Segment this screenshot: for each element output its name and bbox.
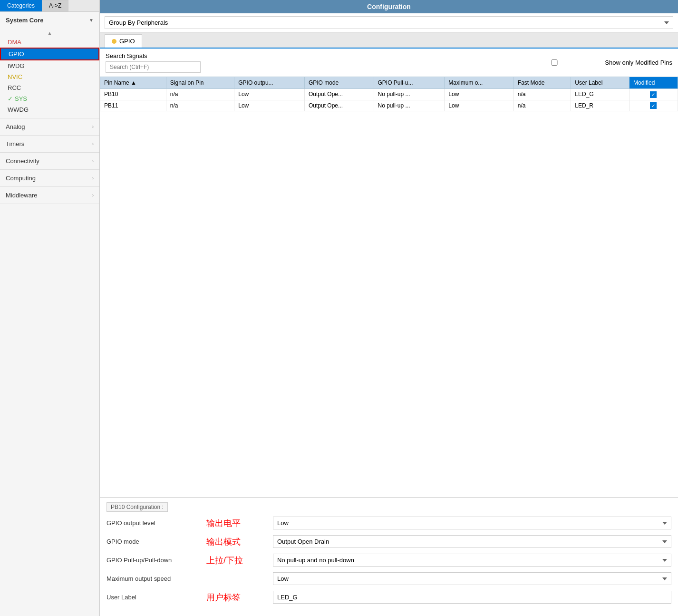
cell-user-label: LED_G — [571, 89, 630, 100]
sidebar-item-gpio[interactable]: GPIO — [0, 48, 99, 60]
search-input[interactable] — [106, 61, 201, 73]
pb10-config-panel: PB10 Configuration : GPIO output level 输… — [100, 497, 678, 616]
pullup-annotation: 上拉/下拉 — [206, 555, 273, 566]
sidebar-category-middleware[interactable]: Middleware › — [0, 187, 99, 204]
sidebar-item-wwdg[interactable]: WWDG — [0, 104, 99, 115]
cell-max-output: Low — [445, 89, 514, 100]
group-by-select[interactable]: Group By Peripherals Group By Signals — [105, 16, 673, 29]
output-level-annotation: 输出电平 — [206, 518, 273, 529]
cell-fast-mode: n/a — [513, 89, 571, 100]
cell-gpio-output: Low — [234, 100, 305, 111]
config-title: Configuration — [367, 3, 411, 10]
sidebar-category-computing[interactable]: Computing › — [0, 170, 99, 187]
sidebar-item-dma[interactable]: DMA — [0, 37, 99, 48]
connectivity-chevron: › — [92, 158, 94, 164]
cell-user-label: LED_R — [571, 100, 630, 111]
col-fast-mode[interactable]: Fast Mode — [513, 77, 571, 89]
computing-label: Computing — [6, 175, 36, 182]
cell-signal: n/a — [166, 89, 234, 100]
sidebar-tabs: Categories A->Z — [0, 0, 99, 12]
user-label-label: User Label — [107, 594, 202, 601]
config-row-speed: Maximum output speed Low Medium High Ver… — [107, 572, 671, 585]
speed-label: Maximum output speed — [107, 575, 202, 582]
col-pin-name[interactable]: Pin Name ▲ — [100, 77, 166, 89]
group-by-bar: Group By Peripherals Group By Signals — [100, 13, 678, 32]
analog-label: Analog — [6, 123, 25, 130]
gpio-dot — [112, 39, 116, 44]
speed-select[interactable]: Low Medium High Very High — [273, 572, 671, 585]
cell-modified: ✓ — [629, 100, 678, 111]
show-modified-label: Show only Modified Pins — [605, 59, 672, 66]
system-core-section: System Core ▼ ▲ DMA GPIO IWDG NVIC RCC S… — [0, 12, 99, 118]
show-modified-checkbox[interactable] — [507, 59, 602, 66]
sidebar: Categories A->Z System Core ▼ ▲ DMA GPIO… — [0, 0, 100, 616]
analog-chevron: › — [92, 124, 94, 129]
cell-gpio-pull: No pull-up ... — [374, 89, 445, 100]
connectivity-label: Connectivity — [6, 157, 39, 165]
cell-gpio-mode: Output Ope... — [304, 100, 374, 111]
middleware-label: Middleware — [6, 192, 37, 199]
show-modified-section: Show only Modified Pins — [507, 59, 672, 66]
user-label-annotation: 用户标签 — [206, 592, 273, 603]
cell-max-output: Low — [445, 100, 514, 111]
output-level-select[interactable]: Low High — [273, 517, 671, 529]
table-row[interactable]: PB10 n/a Low Output Ope... No pull-up ..… — [100, 89, 678, 100]
pin-table: Pin Name ▲ Signal on Pin GPIO outpu... G… — [100, 77, 678, 111]
search-section: Search Signals — [106, 52, 201, 73]
system-core-items: ▲ DMA GPIO IWDG NVIC RCC SYS WWDG — [0, 29, 99, 118]
sidebar-category-timers[interactable]: Timers › — [0, 136, 99, 153]
mode-annotation: 输出模式 — [206, 536, 273, 548]
col-gpio-pull[interactable]: GPIO Pull-u... — [374, 77, 445, 89]
col-signal[interactable]: Signal on Pin — [166, 77, 234, 89]
cell-gpio-pull: No pull-up ... — [374, 100, 445, 111]
user-label-input[interactable] — [273, 591, 671, 604]
gpio-tab-bar: GPIO — [100, 32, 678, 49]
modified-checkbox: ✓ — [650, 91, 657, 98]
cell-signal: n/a — [166, 100, 234, 111]
tab-categories[interactable]: Categories — [0, 0, 42, 11]
main-content: Configuration Group By Peripherals Group… — [100, 0, 678, 616]
pullup-label: GPIO Pull-up/Pull-down — [107, 557, 202, 564]
modified-checkbox: ✓ — [650, 102, 657, 109]
config-row-pullup: GPIO Pull-up/Pull-down 上拉/下拉 No pull-up … — [107, 554, 671, 567]
search-label: Search Signals — [106, 52, 201, 59]
middleware-chevron: › — [92, 193, 94, 198]
sidebar-item-nvic[interactable]: NVIC — [0, 71, 99, 82]
config-row-mode: GPIO mode 输出模式 Output Open Drain Output … — [107, 535, 671, 548]
sidebar-item-sys[interactable]: SYS — [0, 93, 99, 104]
sidebar-item-iwdg[interactable]: IWDG — [0, 60, 99, 71]
mode-label: GPIO mode — [107, 538, 202, 545]
sidebar-category-connectivity[interactable]: Connectivity › — [0, 153, 99, 170]
config-row-user-label: User Label 用户标签 — [107, 591, 671, 604]
config-row-output-level: GPIO output level 输出电平 Low High — [107, 517, 671, 529]
gpio-tab[interactable]: GPIO — [105, 34, 142, 48]
search-bar: Search Signals Show only Modified Pins — [100, 49, 678, 77]
sidebar-category-analog[interactable]: Analog › — [0, 118, 99, 136]
gpio-tab-label: GPIO — [119, 38, 135, 45]
mode-select[interactable]: Output Open Drain Output Push Pull — [273, 535, 671, 548]
system-core-chevron: ▼ — [89, 18, 94, 23]
timers-label: Timers — [6, 140, 24, 147]
sidebar-item-rcc[interactable]: RCC — [0, 82, 99, 93]
col-max-output[interactable]: Maximum o... — [445, 77, 514, 89]
system-core-label: System Core — [6, 17, 43, 24]
cell-fast-mode: n/a — [513, 100, 571, 111]
col-modified[interactable]: Modified — [629, 77, 678, 89]
col-gpio-output[interactable]: GPIO outpu... — [234, 77, 305, 89]
config-panel-title: PB10 Configuration : — [107, 502, 168, 512]
tab-atoz[interactable]: A->Z — [42, 0, 68, 11]
col-user-label[interactable]: User Label — [571, 77, 630, 89]
cell-gpio-output: Low — [234, 89, 305, 100]
pin-table-container: Pin Name ▲ Signal on Pin GPIO outpu... G… — [100, 77, 678, 497]
cell-modified: ✓ — [629, 89, 678, 100]
cell-pin-name: PB10 — [100, 89, 166, 100]
config-header: Configuration — [100, 0, 678, 13]
table-row[interactable]: PB11 n/a Low Output Ope... No pull-up ..… — [100, 100, 678, 111]
pullup-select[interactable]: No pull-up and no pull-down Pull-up Pull… — [273, 554, 671, 567]
cell-gpio-mode: Output Ope... — [304, 89, 374, 100]
col-gpio-mode[interactable]: GPIO mode — [304, 77, 374, 89]
computing-chevron: › — [92, 176, 94, 181]
system-core-header[interactable]: System Core ▼ — [0, 12, 99, 29]
timers-chevron: › — [92, 141, 94, 147]
cell-pin-name: PB11 — [100, 100, 166, 111]
